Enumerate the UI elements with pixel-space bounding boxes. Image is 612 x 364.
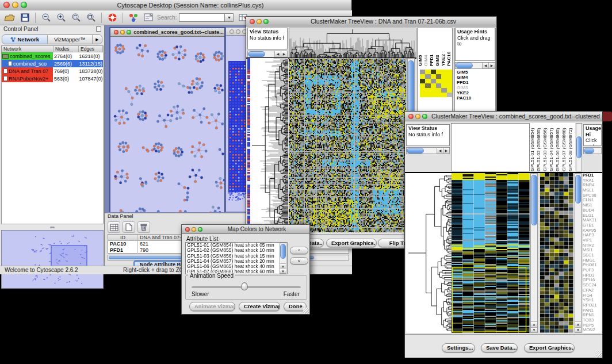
panel-splitter[interactable] <box>1 225 104 229</box>
minimize-button[interactable] <box>120 30 125 35</box>
matrix-cell[interactable] <box>436 88 441 93</box>
treeview-button[interactable]: Save Data... <box>481 343 518 352</box>
search-dropdown-button[interactable]: ▼ <box>225 13 234 22</box>
open-session-button[interactable] <box>2 12 17 24</box>
column-label-scrollbar[interactable] <box>576 123 582 171</box>
create-vizmap-button[interactable]: Create Vizmap <box>239 302 280 311</box>
tab-overflow-arrow[interactable]: ▶ <box>93 35 102 44</box>
scroll-left-icon[interactable]: ◀ <box>274 51 281 57</box>
matrix-cell[interactable] <box>447 83 452 88</box>
array-column-label[interactable]: GIM3 <box>435 28 441 66</box>
close-button[interactable] <box>408 114 414 119</box>
matrix-cell[interactable] <box>447 79 452 83</box>
network-table-row[interactable]: combined_scores_2764(0)16218(0) <box>2 52 103 60</box>
zoom-button[interactable] <box>422 114 427 119</box>
matrix-cell[interactable] <box>441 70 446 74</box>
move-down-button[interactable]: v <box>290 257 308 265</box>
float-panel-icon[interactable] <box>96 26 101 32</box>
minimize-button[interactable] <box>257 19 262 24</box>
network-overview-panel[interactable] <box>1 230 104 289</box>
matrix-cell[interactable] <box>436 83 441 88</box>
attribute-list[interactable]: GPL51-01 (GSM854) heat shock 05 minGPL51… <box>185 242 288 274</box>
close-button[interactable] <box>3 2 10 8</box>
scroll-down-icon[interactable]: ▼ <box>575 327 581 332</box>
matrix-cell[interactable] <box>447 88 452 93</box>
matrix-cell[interactable] <box>447 70 452 74</box>
birds-eye-view-canvas[interactable] <box>2 231 103 288</box>
row-label[interactable]: PFD1 <box>457 80 495 85</box>
network-view-titlebar[interactable]: combined_scores_good.txt--cluste... <box>110 28 224 37</box>
matrix-cell[interactable] <box>441 83 446 88</box>
zoom-vertical-scrollbar[interactable]: ▲ ▼ <box>575 173 582 333</box>
close-button[interactable] <box>114 30 118 35</box>
scroll-up-icon[interactable]: ▲ <box>531 321 537 327</box>
scroll-up-icon[interactable]: ▲ <box>280 263 286 268</box>
matrix-cell[interactable] <box>441 88 446 93</box>
network-table-row[interactable]: DNA and Tran 07769(0)183728(0) <box>2 67 103 75</box>
tab-network[interactable]: Network <box>2 35 48 44</box>
matrix-cell[interactable] <box>436 70 441 74</box>
tab-vizmapper[interactable]: VizMapper™ <box>48 35 93 44</box>
scroll-right-icon[interactable]: ▶ <box>488 63 495 68</box>
zoom-button[interactable] <box>127 30 131 35</box>
network-table-row[interactable]: RNAPuberNov2+563(0)107847(0) <box>2 75 103 82</box>
array-column-label[interactable]: GPL51-03 (GSM856) <box>542 123 549 171</box>
similarity-heatmap-canvas[interactable] <box>289 58 407 232</box>
row-label[interactable]: GIM3 <box>457 85 495 90</box>
minimize-button[interactable] <box>415 114 420 119</box>
scroll-left-icon[interactable]: ◀ <box>482 63 488 68</box>
zoom-out-button[interactable] <box>39 12 53 24</box>
close-button[interactable] <box>185 227 190 232</box>
matrix-cell[interactable] <box>420 88 425 93</box>
usage-hints-scrollbar[interactable]: ◀ ▶ <box>455 62 495 69</box>
row-dendrogram-canvas[interactable] <box>247 58 288 232</box>
matrix-cell[interactable] <box>420 83 425 88</box>
scroll-right-icon[interactable]: ▶ <box>443 148 449 154</box>
treeview1-titlebar[interactable]: ClusterMaker TreeView : DNA and Tran 07-… <box>246 17 496 26</box>
matrix-cell[interactable] <box>425 93 430 97</box>
array-column-label[interactable]: PFD1 <box>429 28 435 66</box>
matrix-cell[interactable] <box>431 83 436 88</box>
column-tree-area[interactable] <box>451 123 530 171</box>
resize-grip[interactable] <box>303 308 309 313</box>
row-label[interactable]: YKE2 <box>457 90 495 95</box>
matrix-cell[interactable] <box>441 93 446 97</box>
zoom-button[interactable] <box>263 19 269 24</box>
resize-grip[interactable] <box>596 351 602 357</box>
matrix-cell[interactable] <box>431 74 436 79</box>
zoom-in-button[interactable] <box>53 12 68 24</box>
minimize-button[interactable] <box>236 29 240 34</box>
array-column-label[interactable]: GPL51-06 (GSM865) <box>555 123 561 171</box>
treeview-button[interactable]: Settings... <box>442 343 475 352</box>
array-column-label[interactable]: GIM4 <box>423 28 429 66</box>
dialog-titlebar[interactable]: Map Colors to Network <box>182 225 309 234</box>
array-column-label[interactable]: GPL51-04 (GSM857) <box>549 123 555 171</box>
network-table-row[interactable]: combined_sco2569(6)13112(15) <box>2 60 103 67</box>
annotation-button[interactable] <box>141 12 156 24</box>
matrix-cell[interactable] <box>420 74 425 79</box>
matrix-cell[interactable] <box>441 74 446 79</box>
animate-vizmap-button[interactable]: Animate Vizmap <box>189 302 235 311</box>
scroll-right-icon[interactable]: ▶ <box>281 51 287 57</box>
matrix-cell[interactable] <box>447 74 452 79</box>
id-column-header[interactable]: ID <box>108 235 138 240</box>
scroll-down-icon[interactable]: ▼ <box>531 327 537 332</box>
array-column-label[interactable]: PAC10 <box>446 28 452 66</box>
array-column-label[interactable]: YKE2 <box>441 28 446 66</box>
gene-label[interactable]: MON2 <box>583 328 602 333</box>
matrix-cell[interactable] <box>431 70 436 74</box>
matrix-cell[interactable] <box>441 79 446 83</box>
vizmapper-button[interactable] <box>126 12 141 24</box>
zoom-button[interactable] <box>21 2 27 8</box>
treeview2-titlebar[interactable]: ClusterMaker TreeView : combined_scores_… <box>405 112 602 121</box>
matrix-cell[interactable] <box>425 74 430 79</box>
column-dendrogram-canvas[interactable] <box>289 28 416 59</box>
delete-attribute-button[interactable] <box>137 221 150 233</box>
matrix-cell[interactable] <box>425 88 430 93</box>
row-label[interactable]: GIM4 <box>457 75 495 80</box>
matrix-cell[interactable] <box>436 79 441 83</box>
array-column-label[interactable]: GIM5 <box>418 28 423 66</box>
main-titlebar[interactable]: Cytoscape Desktop (Session Name: collins… <box>0 0 351 10</box>
matrix-cell[interactable] <box>431 88 436 93</box>
minimize-button[interactable] <box>192 227 196 232</box>
